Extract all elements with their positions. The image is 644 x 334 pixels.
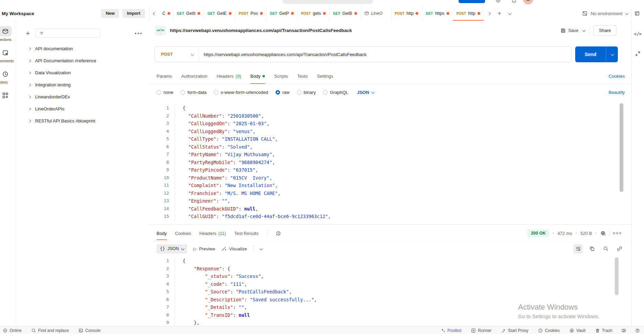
- rail-environments[interactable]: onments: [0, 47, 16, 63]
- toolbar-options-icon[interactable]: [259, 247, 263, 250]
- response-history-icon[interactable]: [276, 230, 281, 236]
- url-input[interactable]: https://servwebapi.venushomeappliances.c…: [199, 52, 367, 57]
- request-tab-scripts[interactable]: Scripts: [274, 68, 288, 84]
- open-request-tab[interactable]: GETGetIt: [173, 6, 204, 21]
- statusbar-cookies[interactable]: Cookies: [538, 328, 560, 333]
- response-tab-headers[interactable]: Headers(11): [200, 225, 226, 242]
- copy-icon[interactable]: [587, 244, 597, 254]
- globe-lock-icon[interactable]: [600, 230, 606, 236]
- rail-history[interactable]: story: [0, 69, 16, 84]
- open-request-tab[interactable]: POSTgets: [298, 6, 330, 21]
- body-mode-graphql[interactable]: GraphQL: [323, 90, 348, 95]
- rail-flows[interactable]: [0, 90, 16, 100]
- new-button[interactable]: New: [101, 9, 119, 18]
- statusbar-vault[interactable]: Vault: [569, 328, 585, 333]
- open-request-tab[interactable]: POSThttp: [453, 6, 484, 21]
- statusbar-start-proxy[interactable]: Start Proxy: [501, 328, 528, 333]
- collection-item[interactable]: LineandorderDEv: [25, 91, 143, 103]
- open-request-tab[interactable]: POSThttp: [391, 6, 422, 21]
- search-response-icon[interactable]: [601, 244, 610, 254]
- body-mode-x-www-form-urlencoded[interactable]: x-www-form-urlencoded: [214, 90, 268, 95]
- header-row: My Workspace New Import CGETGetItGETGetE…: [0, 6, 644, 21]
- collection-item[interactable]: RESTful API Basics #blueprint: [25, 115, 143, 127]
- open-request-tab[interactable]: POSTPos: [235, 6, 267, 21]
- body-mode-binary[interactable]: binary: [297, 90, 316, 95]
- response-editor-scrollbar[interactable]: [615, 257, 619, 295]
- add-collection-icon[interactable]: [25, 31, 31, 36]
- visualize-button[interactable]: Visualize: [221, 246, 247, 251]
- primary-header-button[interactable]: [459, 0, 485, 3]
- statusbar-console[interactable]: Console: [78, 328, 100, 333]
- collection-item[interactable]: API Documentation #reference: [25, 55, 143, 67]
- radio-icon: [157, 90, 161, 95]
- global-search-input[interactable]: [283, 0, 373, 4]
- statusbar-right: PostbotRunnerStart ProxyCookiesVaultTras…: [441, 328, 640, 333]
- open-request-tab[interactable]: C: [160, 6, 173, 21]
- save-options-icon[interactable]: [582, 29, 586, 32]
- share-button[interactable]: Share: [593, 25, 616, 36]
- response-toolbar: {} JSON ▷ Preview Visualize: [149, 242, 632, 255]
- environment-selector[interactable]: No environment: [576, 6, 644, 21]
- wrap-text-icon[interactable]: [573, 244, 583, 254]
- send-options-icon[interactable]: [606, 46, 618, 62]
- help-icon[interactable]: [635, 328, 640, 333]
- workspace-title[interactable]: My Workspace: [2, 11, 34, 16]
- response-more-icon[interactable]: [613, 232, 621, 234]
- body-mode-none[interactable]: none: [157, 90, 173, 95]
- open-request-tab[interactable]: GETGetP: [267, 6, 298, 21]
- import-button[interactable]: Import: [122, 9, 145, 18]
- open-request-tab[interactable]: GETGetB: [330, 6, 361, 21]
- statusbar-runner[interactable]: Runner: [471, 328, 491, 333]
- send-button[interactable]: Send: [575, 46, 618, 62]
- statusbar-trash[interactable]: Trash: [595, 328, 612, 333]
- tabs-forward-icon[interactable]: [484, 6, 494, 21]
- response-tab-body[interactable]: Body: [157, 225, 167, 242]
- body-mode-form-data[interactable]: form-data: [181, 90, 207, 95]
- open-request-tab[interactable]: LineO: [361, 6, 391, 21]
- cookies-link[interactable]: Cookies: [609, 74, 625, 79]
- request-tab-tests[interactable]: Tests: [297, 68, 308, 84]
- beautify-link[interactable]: Beautify: [609, 90, 625, 95]
- layout-panel-icon[interactable]: [621, 328, 626, 333]
- request-body-editor[interactable]: 1{2 "CallNumber": "2501030500",3 "CallLo…: [149, 100, 632, 224]
- response-tab-test-results[interactable]: Test Results: [234, 225, 259, 242]
- request-tab-settings[interactable]: Settings: [317, 68, 333, 84]
- tabs-back-icon[interactable]: [149, 6, 160, 21]
- unsaved-dot: [354, 12, 357, 15]
- save-button[interactable]: Save: [560, 28, 579, 33]
- request-editor-scrollbar[interactable]: [620, 103, 623, 192]
- response-tab-cookies[interactable]: Cookies: [175, 225, 191, 242]
- code-line: 14 "CallFeedbackGUID": null,: [149, 205, 632, 213]
- collections-filter-input[interactable]: [35, 29, 100, 38]
- user-avatar[interactable]: [523, 0, 533, 4]
- request-tab-params[interactable]: Params: [157, 68, 172, 84]
- code-snippet-icon[interactable]: </>: [634, 32, 642, 36]
- statusbar-find-and-replace[interactable]: Find and replace: [31, 328, 69, 333]
- statusbar-online[interactable]: Online: [3, 328, 22, 333]
- open-request-tab[interactable]: GETGetE: [204, 6, 235, 21]
- method-select[interactable]: POST: [155, 47, 199, 62]
- request-tab-headers[interactable]: Headers(9): [217, 68, 241, 84]
- request-tab-body[interactable]: Body: [250, 68, 265, 84]
- link-icon[interactable]: [615, 244, 624, 254]
- language-select[interactable]: JSON: [357, 90, 374, 95]
- tab-options-icon[interactable]: [505, 6, 515, 21]
- sidebar-more-icon[interactable]: ●●●: [135, 31, 143, 35]
- rail-collections[interactable]: ections: [0, 26, 16, 42]
- environment-quick-look-icon[interactable]: [634, 11, 640, 16]
- new-tab-button[interactable]: +: [494, 6, 505, 21]
- preview-button[interactable]: ▷ Preview: [193, 246, 215, 251]
- statusbar-postbot[interactable]: Postbot: [441, 328, 462, 333]
- response-body-editor[interactable]: 1{2 "Response": {3 "_status": "Success",…: [149, 255, 632, 326]
- expand-panel-icon[interactable]: [635, 51, 641, 56]
- request-tab-authorization[interactable]: Authorization: [181, 68, 207, 84]
- body-mode-raw[interactable]: raw: [276, 90, 290, 95]
- response-format-select[interactable]: {} JSON: [157, 244, 187, 254]
- collection-item[interactable]: Data Visualization: [25, 67, 143, 79]
- collection-item[interactable]: Integration testing: [25, 79, 143, 91]
- notifications-bell-icon[interactable]: [511, 0, 517, 3]
- collection-item[interactable]: LineOrderAPIs: [25, 103, 143, 115]
- open-request-tab[interactable]: GEThttps: [422, 6, 453, 21]
- settings-gear-icon[interactable]: [495, 0, 501, 3]
- collection-item[interactable]: API documentation: [25, 43, 143, 55]
